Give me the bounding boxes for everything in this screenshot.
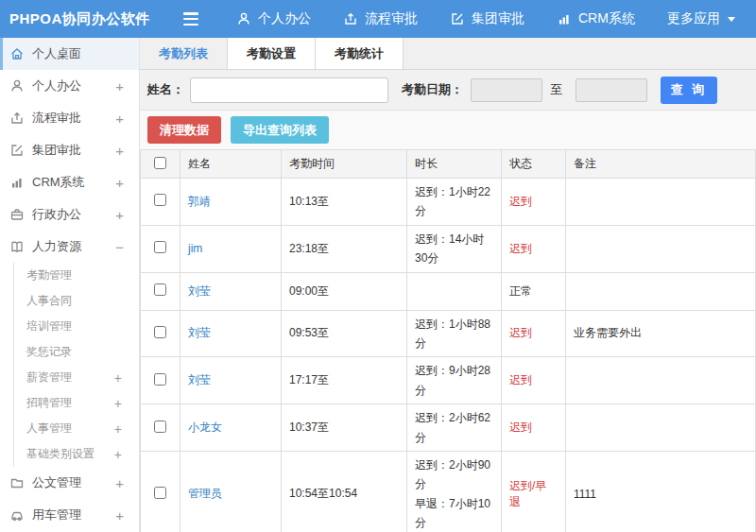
sidebar-item-label: 行政办公 [32, 206, 81, 223]
sidebar-item-crm-system[interactable]: CRM系统 + [0, 166, 139, 198]
expand-indicator: + [115, 207, 124, 223]
status-badge: 迟到 [509, 242, 532, 255]
sidebar-item-admin-office[interactable]: 行政办公 + [0, 198, 139, 231]
duration-cell: 迟到：14小时30分 [407, 225, 502, 272]
remark-cell [566, 225, 756, 272]
date-to-label: 至 [550, 81, 562, 98]
sidebar-item-workflow-approval[interactable]: 流程审批 + [0, 102, 139, 134]
sidebar-item-document-management[interactable]: 公文管理 + [0, 467, 139, 499]
row-checkbox[interactable] [154, 241, 166, 253]
submenu-item-label: 人事管理 [26, 420, 72, 437]
hamburger-menu-icon[interactable] [183, 12, 202, 26]
edit-icon [9, 143, 25, 158]
table-row: 管理员 10:54至10:54 迟到：2小时90分 早退：7小时10分 迟到/早… [141, 451, 756, 532]
sidebar-item-label: 集团审批 [32, 142, 81, 159]
submenu-item-label: 考勤管理 [26, 267, 72, 283]
column-header-duration: 时长 [407, 150, 502, 179]
column-header-name: 姓名 [180, 150, 282, 179]
remark-cell [566, 272, 756, 310]
name-input[interactable] [190, 77, 388, 103]
row-checkbox[interactable] [154, 194, 166, 206]
name-link[interactable]: 郭靖 [188, 195, 211, 208]
status-badge: 迟到 [509, 420, 532, 434]
expand-indicator: + [115, 175, 124, 191]
action-bar: 清理数据 导出查询列表 [140, 111, 756, 149]
tab-attendance-list[interactable]: 考勤列表 [140, 38, 227, 69]
expand-indicator: + [114, 447, 122, 462]
attendance-table: 姓名 考勤时间 时长 状态 备注 郭靖 10:13至 迟到：1小时22分 迟到 … [140, 149, 756, 532]
table-row: 刘莹 17:17至 迟到：9小时28分 迟到 [141, 357, 756, 404]
sidebar-item-personal-office[interactable]: 个人办公 + [0, 70, 139, 102]
submenu-item-recruitment-management[interactable]: 招聘管理 + [14, 390, 139, 416]
row-checkbox[interactable] [154, 326, 166, 338]
time-cell: 10:54至10:54 [282, 451, 407, 532]
app-logo: PHPOA协同办公软件 [0, 10, 166, 28]
name-link[interactable]: 刘莹 [188, 284, 211, 298]
workflow-icon [343, 11, 358, 26]
clean-data-button[interactable]: 清理数据 [147, 116, 221, 144]
tab-attendance-statistics[interactable]: 考勤统计 [316, 38, 404, 69]
submenu-item-salary-management[interactable]: 薪资管理 + [14, 365, 139, 390]
sidebar-item-label: 流程审批 [32, 110, 81, 127]
row-checkbox[interactable] [154, 420, 166, 433]
briefcase-icon [9, 207, 25, 222]
home-icon [9, 46, 25, 61]
nav-personal-office[interactable]: 个人办公 [236, 10, 311, 27]
query-button[interactable]: 查 询 [661, 77, 717, 104]
submenu-item-label: 奖惩记录 [26, 344, 72, 360]
column-header-remark: 备注 [566, 150, 756, 179]
nav-crm-system[interactable]: CRM系统 [557, 10, 635, 27]
export-list-button[interactable]: 导出查询列表 [231, 116, 329, 144]
nav-label: 个人办公 [258, 10, 311, 27]
sidebar-item-label: 人力资源 [32, 238, 81, 255]
duration-cell: 迟到：1小时88分 [407, 310, 502, 357]
sidebar-item-label: 个人桌面 [32, 45, 81, 62]
table-row: 刘莹 09:00至 正常 [141, 272, 756, 310]
select-all-checkbox[interactable] [154, 157, 166, 169]
table-row: 小龙女 10:37至 迟到：2小时62分 迟到 [141, 404, 756, 452]
sidebar-item-group-approval[interactable]: 集团审批 + [0, 134, 139, 166]
person-icon [9, 78, 25, 94]
date-end-input[interactable] [576, 78, 647, 102]
name-link[interactable]: 刘莹 [188, 326, 211, 339]
name-link[interactable]: 管理员 [188, 487, 222, 500]
submenu-item-reward-punishment[interactable]: 奖惩记录 [14, 339, 139, 365]
row-checkbox[interactable] [154, 373, 166, 386]
expand-indicator: + [115, 507, 124, 523]
attendance-date-label: 考勤日期： [402, 81, 463, 98]
edit-icon [450, 11, 465, 26]
sidebar-item-human-resources[interactable]: 人力资源 − [0, 231, 139, 263]
table-row: 刘莹 09:53至 迟到：1小时88分 迟到 业务需要外出 [141, 310, 756, 357]
nav-workflow-approval[interactable]: 流程审批 [343, 10, 418, 27]
duration-cell [407, 272, 502, 310]
tab-attendance-settings[interactable]: 考勤设置 [227, 38, 316, 69]
time-cell: 09:00至 [282, 272, 407, 310]
table-row: jim 23:18至 迟到：14小时30分 迟到 [141, 225, 756, 272]
submenu-item-base-category-settings[interactable]: 基础类别设置 + [14, 441, 139, 467]
row-checkbox[interactable] [154, 283, 166, 296]
nav-label: 流程审批 [365, 10, 418, 27]
submenu-item-attendance-management[interactable]: 考勤管理 [14, 263, 139, 288]
remark-cell: 1111 [566, 451, 756, 532]
name-link[interactable]: 刘莹 [188, 373, 211, 386]
table-row: 郭靖 10:13至 迟到：1小时22分 迟到 [141, 179, 756, 226]
column-header-status: 状态 [502, 150, 566, 179]
name-link[interactable]: jim [188, 242, 202, 255]
expand-indicator: + [115, 78, 124, 94]
sidebar-item-vehicle-management[interactable]: 用车管理 + [0, 499, 139, 531]
row-checkbox[interactable] [154, 487, 166, 499]
date-start-input[interactable] [471, 78, 542, 102]
name-link[interactable]: 小龙女 [188, 420, 222, 434]
sidebar-item-personal-desktop[interactable]: 个人桌面 [0, 38, 139, 70]
remark-cell: 业务需要外出 [566, 310, 756, 357]
nav-more-apps[interactable]: 更多应用 [667, 10, 736, 27]
sidebar-item-label: 用车管理 [32, 506, 81, 523]
submenu-item-hr-contract[interactable]: 人事合同 [14, 288, 139, 314]
duration-cell: 迟到：2小时62分 [407, 404, 502, 452]
submenu-item-training-management[interactable]: 培训管理 [14, 314, 139, 339]
submenu-item-personnel-management[interactable]: 人事管理 + [14, 416, 139, 441]
expand-indicator: + [114, 370, 122, 386]
nav-group-approval[interactable]: 集团审批 [450, 10, 524, 27]
status-badge: 迟到 [509, 326, 532, 339]
duration-cell: 迟到：1小时22分 [407, 179, 502, 226]
